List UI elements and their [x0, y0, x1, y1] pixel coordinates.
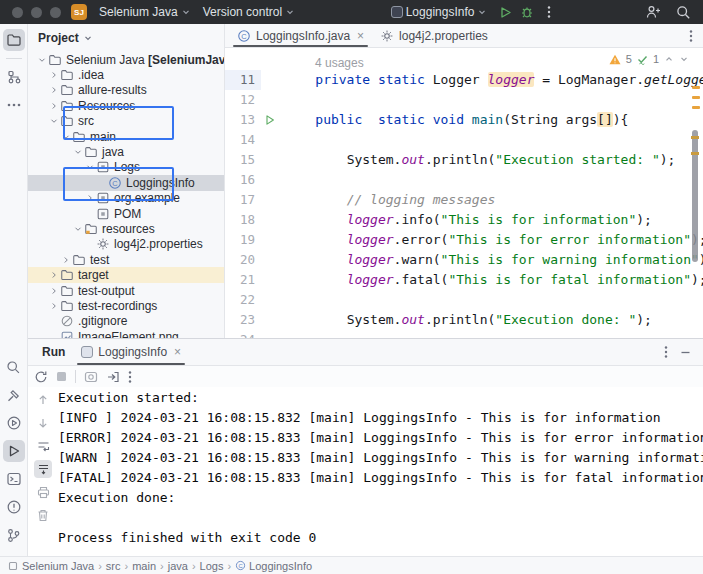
- code-line-20[interactable]: 20 logger.warn("This is for warning info…: [225, 250, 703, 270]
- breadcrumb-item-loggingsinfo[interactable]: CLoggingsInfo: [235, 560, 312, 572]
- clear-console-button[interactable]: [34, 506, 52, 524]
- tree-item-test-output[interactable]: test-output: [28, 283, 224, 298]
- run-console-output[interactable]: Execution started: [INFO ] 2024-03-21 16…: [58, 387, 703, 556]
- gear-icon: [96, 237, 110, 251]
- breadcrumb-item-main[interactable]: main: [132, 560, 156, 572]
- tree-item-src[interactable]: src: [28, 114, 224, 129]
- tree-item-target[interactable]: target: [28, 267, 224, 282]
- project-menu[interactable]: Selenium Java: [93, 2, 197, 22]
- code-line-24[interactable]: 24: [225, 330, 703, 338]
- close-icon[interactable]: ×: [357, 29, 364, 43]
- package-icon: [96, 160, 110, 174]
- tree-item-test[interactable]: test: [28, 252, 224, 267]
- terminal-tool-button[interactable]: [3, 468, 25, 490]
- inspections-widget[interactable]: 5 1: [609, 53, 689, 65]
- code-line-18[interactable]: 18 logger.info("This is for information"…: [225, 210, 703, 230]
- window-controls[interactable]: [12, 7, 61, 18]
- code-editor[interactable]: 4 usages 5 1 11 private static Logger lo…: [225, 48, 703, 338]
- run-panel-title[interactable]: Run: [34, 339, 73, 365]
- tree-item-java[interactable]: java: [28, 144, 224, 159]
- project-icon: SJ: [71, 4, 87, 20]
- tree-item-main[interactable]: main: [28, 129, 224, 144]
- code-line-17[interactable]: 17 // logging messages: [225, 190, 703, 210]
- git-tool-button[interactable]: [3, 524, 25, 546]
- debug-button[interactable]: [517, 2, 537, 22]
- more-actions-button[interactable]: [539, 2, 559, 22]
- print-button[interactable]: [34, 483, 52, 501]
- tree-item-imageelement-png[interactable]: ImageElement.png: [28, 329, 224, 338]
- run-tool-button[interactable]: [3, 440, 25, 462]
- tree-item-test-recordings[interactable]: test-recordings: [28, 298, 224, 313]
- chevron-down-icon[interactable]: [679, 54, 689, 64]
- tree-item-org-example[interactable]: org.example: [28, 191, 224, 206]
- soft-wrap-button[interactable]: [34, 437, 52, 455]
- close-icon[interactable]: ×: [174, 345, 181, 359]
- editor-scrollbar[interactable]: [692, 130, 698, 262]
- stop-icon[interactable]: [56, 371, 67, 382]
- tree-item-log4j2-properties[interactable]: log4j2.properties: [28, 237, 224, 252]
- tree-item-resources[interactable]: Resources: [28, 98, 224, 113]
- image-file-icon: [60, 330, 74, 338]
- code-line-14[interactable]: 14: [225, 130, 703, 150]
- class-icon: C: [235, 560, 246, 571]
- chevron-down-icon[interactable]: [83, 33, 93, 43]
- close-window-button[interactable]: [12, 7, 23, 18]
- tab-options-button[interactable]: [679, 24, 703, 47]
- breadcrumb-item-src[interactable]: src: [106, 560, 121, 572]
- code-line-23[interactable]: 23 System.out.println("Execution done: "…: [225, 310, 703, 330]
- tree-item-selenium-java[interactable]: Selenium Java [SeleniumJava]~/IdeaProjec: [28, 52, 224, 67]
- vcs-menu[interactable]: Version control: [197, 2, 301, 22]
- tree-item-pom[interactable]: POM: [28, 206, 224, 221]
- code-with-me-button[interactable]: [643, 2, 663, 22]
- kebab-menu-icon: [547, 5, 551, 19]
- run-button[interactable]: [495, 2, 515, 22]
- project-tool-button[interactable]: [3, 29, 25, 51]
- tree-item-gitignore[interactable]: .gitignore: [28, 314, 224, 329]
- tool-window-strip: [0, 24, 28, 556]
- chevron-up-icon[interactable]: [664, 54, 674, 64]
- minimize-window-button[interactable]: [31, 7, 42, 18]
- find-tool-button[interactable]: [3, 356, 25, 378]
- code-line-22[interactable]: 22: [225, 290, 703, 310]
- structure-tool-button[interactable]: [3, 66, 25, 88]
- tree-item-logs[interactable]: Logs: [28, 160, 224, 175]
- code-line-15[interactable]: 15 System.out.println("Execution started…: [225, 150, 703, 170]
- run-gutter-button[interactable]: [261, 110, 279, 130]
- capture-icon[interactable]: [84, 370, 98, 384]
- code-line-13[interactable]: 13 public static void main(String args[]…: [225, 110, 703, 130]
- code-line-16[interactable]: 16: [225, 170, 703, 190]
- editor-tab-log4j2-properties[interactable]: log4j2.properties: [372, 24, 496, 47]
- kebab-menu-icon[interactable]: [664, 345, 668, 359]
- scroll-to-end-button[interactable]: [34, 460, 52, 478]
- code-line-21[interactable]: 21 logger.fatal("This is for fatal infor…: [225, 270, 703, 290]
- minimize-icon[interactable]: [680, 347, 691, 358]
- kebab-menu-icon[interactable]: [128, 370, 132, 384]
- status-bar: Selenium Java›src›main›java›Logs›CLoggin…: [0, 556, 703, 574]
- services-tool-button[interactable]: [3, 412, 25, 434]
- code-line-19[interactable]: 19 logger.error("This is for error infor…: [225, 230, 703, 250]
- zoom-window-button[interactable]: [50, 7, 61, 18]
- code-line-12[interactable]: 12: [225, 90, 703, 110]
- more-tool-windows-button[interactable]: [3, 94, 25, 116]
- usages-hint[interactable]: 4 usages: [315, 56, 364, 70]
- build-tool-button[interactable]: [3, 384, 25, 406]
- problems-tool-button[interactable]: [3, 496, 25, 518]
- scroll-up-button[interactable]: [34, 391, 52, 409]
- tree-item-loggingsinfo[interactable]: CLoggingsInfo: [28, 175, 224, 190]
- breadcrumb-item-java[interactable]: java: [168, 560, 188, 572]
- run-tab[interactable]: LoggingsInfo ×: [73, 339, 189, 365]
- scroll-to-end-icon: [37, 463, 50, 476]
- code-line-11[interactable]: 11 private static Logger logger = LogMan…: [225, 70, 703, 90]
- breadcrumb-item-logs[interactable]: Logs: [200, 560, 224, 572]
- tree-item-resources[interactable]: resources: [28, 221, 224, 236]
- soft-wrap-icon: [37, 440, 50, 453]
- run-configuration-selector[interactable]: LoggingsInfo: [385, 2, 494, 22]
- rerun-icon[interactable]: [34, 370, 48, 384]
- tree-item-allure-results[interactable]: allure-results: [28, 83, 224, 98]
- jump-to-source-icon[interactable]: [106, 370, 120, 384]
- tree-item-idea[interactable]: .idea: [28, 67, 224, 82]
- scroll-down-button[interactable]: [34, 414, 52, 432]
- editor-tab-loggingsinfo-java[interactable]: CLoggingsInfo.java×: [229, 24, 372, 47]
- breadcrumb-item-selenium-java[interactable]: Selenium Java: [22, 560, 94, 572]
- search-everywhere-button[interactable]: [673, 2, 693, 22]
